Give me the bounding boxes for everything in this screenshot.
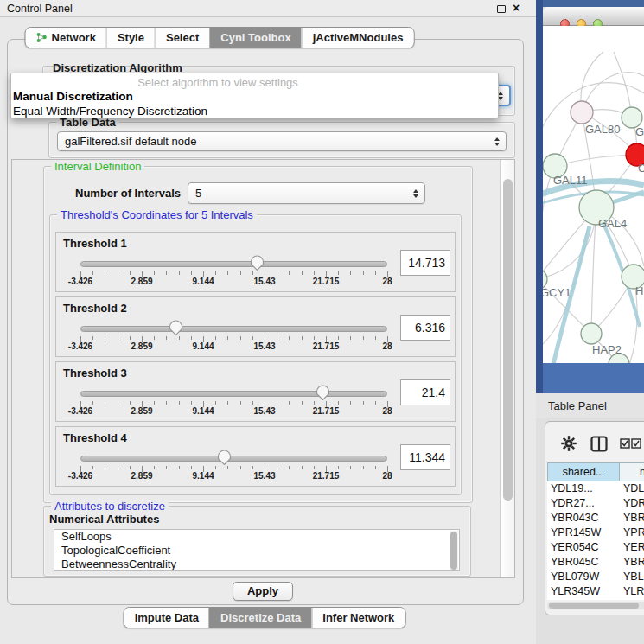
column-header-name[interactable]: na [620, 462, 644, 481]
control-panel: Control Panel × NetworkStyleSelectCyni T… [0, 0, 536, 644]
table-header-row: shared... na [547, 462, 644, 481]
slider-thumb[interactable] [217, 450, 232, 466]
slider-thumb[interactable] [250, 255, 265, 271]
network-icon [36, 32, 48, 43]
cell-name: YPR1 [620, 526, 644, 540]
slider-track[interactable] [80, 391, 387, 397]
slider-tick-label: 9.144 [184, 277, 222, 286]
tab-discretize-data[interactable]: Discretize Data [209, 608, 311, 628]
slider-tick [92, 271, 93, 275]
slider-track[interactable] [80, 456, 387, 462]
table-horizontal-scrollbar[interactable] [547, 602, 644, 609]
apply-button[interactable]: Apply [233, 582, 293, 601]
tab-style[interactable]: Style [106, 28, 155, 48]
slider-tick [302, 401, 303, 405]
slider-tick [191, 466, 192, 469]
attributes-list-scrollbar[interactable] [450, 531, 458, 571]
slider-thumb[interactable] [316, 385, 330, 401]
slider-tick [130, 336, 131, 340]
table-row[interactable]: YPR145WYPR1 [547, 526, 644, 540]
slider-tick [166, 271, 167, 275]
slider-tick-label: 2.859 [123, 471, 161, 481]
gear-icon[interactable] [561, 436, 577, 451]
threshold-value-field[interactable]: 11.344 [400, 444, 450, 470]
table-row[interactable]: YDL19...YDL1 [547, 481, 644, 496]
float-window-icon[interactable] [497, 5, 506, 13]
slider-tick [154, 336, 155, 340]
slider-tick-label: 15.43 [245, 277, 284, 286]
column-header-shared-name[interactable]: shared... [547, 462, 620, 481]
columns-icon[interactable] [590, 436, 608, 452]
attribute-item[interactable]: TopologicalCoefficient [54, 544, 459, 558]
attribute-item[interactable]: SelfLoops [54, 530, 459, 544]
slider-tick [252, 466, 253, 469]
table-row[interactable]: YBR043CYBR0 [547, 511, 644, 526]
slider-tick [154, 401, 155, 405]
threshold-value-field[interactable]: 6.316 [400, 315, 450, 341]
close-icon[interactable]: × [513, 1, 520, 15]
attribute-item[interactable]: BetweennessCentrality [54, 558, 459, 571]
scrollbar-thumb[interactable] [503, 179, 513, 501]
network-node[interactable] [581, 323, 602, 344]
slider-tick [277, 466, 277, 469]
slider-tick [277, 271, 277, 275]
slider-tick-label: 28 [368, 277, 406, 286]
tab-label: Discretize Data [220, 611, 301, 624]
node-label: GAL1 [635, 125, 644, 138]
settings-vertical-scrollbar[interactable] [500, 160, 515, 577]
slider-tick-label: -3.426 [61, 471, 99, 481]
slider-tick-label: 9.144 [184, 471, 222, 481]
threshold-panel-2: Threshold 2-3.4262.8599.14415.4321.71528… [55, 296, 456, 357]
slider-tick-label: 2.859 [123, 341, 161, 351]
algorithm-option-manual[interactable]: Manual Discretization [13, 90, 133, 103]
network-window-frame-bottom [543, 363, 644, 393]
table-row[interactable]: YIL052CYIL0 [547, 599, 644, 600]
slider-tick [252, 336, 253, 340]
threshold-value-field[interactable]: 14.713 [400, 250, 450, 276]
tab-label: Network [52, 31, 96, 44]
number-of-intervals-combobox[interactable]: 5 [188, 182, 425, 204]
scrollbar-thumb[interactable] [549, 603, 639, 609]
cell-shared-name: YBR043C [547, 511, 620, 526]
combo-stepper-icon [413, 189, 418, 198]
algorithm-option-equal-width[interactable]: Equal Width/Frequency Discretization [13, 105, 207, 118]
network-node[interactable] [571, 101, 593, 124]
numerical-attributes-list[interactable]: SelfLoopsTopologicalCoefficientBetweenne… [54, 529, 460, 571]
table-row[interactable]: YDR27...YDR2 [547, 496, 644, 511]
slider-tick [338, 466, 339, 469]
table-row[interactable]: YBR045CYBR0 [547, 555, 644, 570]
control-panel-titlebar: Control Panel × [0, 0, 536, 17]
slider-tick-label: 2.859 [123, 277, 161, 286]
node-label: GCY1 [543, 286, 571, 299]
slider-tick-label: 2.859 [123, 406, 161, 416]
tab-label: Impute Data [135, 611, 199, 624]
slider-tick-label: 9.144 [184, 341, 222, 351]
slider-tick [191, 271, 192, 275]
threshold-value-field[interactable]: 21.4 [400, 379, 450, 405]
tab-network[interactable]: Network [26, 28, 106, 48]
tab-select[interactable]: Select [155, 28, 209, 48]
slider-tick-label: 28 [368, 471, 406, 481]
slider-thumb[interactable] [169, 320, 183, 336]
table-row[interactable]: YLR345WYLR3 [547, 584, 644, 599]
table-data-combobox[interactable]: galFiltered.sif default node [57, 131, 507, 151]
slider-track[interactable] [80, 326, 387, 332]
slider-tick-label: 28 [368, 341, 406, 351]
table-row[interactable]: YBL079WYBL0 [547, 570, 644, 584]
tab-label: Infer Network [322, 611, 394, 624]
slider-track[interactable] [80, 261, 387, 267]
interval-definition-title: Interval Definition [51, 160, 144, 173]
checkboxes-icon[interactable] [620, 438, 642, 449]
cell-shared-name: YPR145W [547, 526, 620, 540]
slider-tick [289, 271, 290, 275]
slider-tick [215, 466, 216, 469]
table-row[interactable]: YER054CYER0 [547, 540, 644, 555]
tab-infer-network[interactable]: Infer Network [311, 608, 405, 628]
slider-tick [338, 271, 339, 275]
tab-jactivemnodules[interactable]: jActiveMNodules [302, 28, 414, 48]
slider-tick [227, 271, 228, 275]
tab-impute-data[interactable]: Impute Data [124, 608, 209, 628]
tab-cyni-toolbox[interactable]: Cyni Toolbox [209, 28, 301, 48]
network-view[interactable]: GAL80GAL1CGAL11GAL4GCY1HHAP2 [543, 26, 644, 363]
slider-tick [350, 336, 351, 340]
